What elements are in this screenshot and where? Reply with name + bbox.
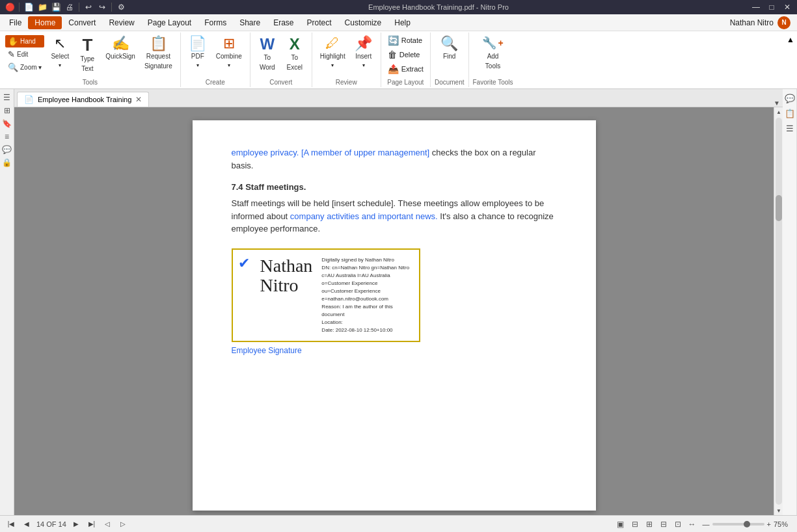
sidebar-hand-tool[interactable]: ☰ bbox=[1, 92, 13, 103]
menu-home[interactable]: Home bbox=[28, 16, 62, 29]
save-icon[interactable]: 💾 bbox=[50, 1, 62, 13]
document-group-label: Document bbox=[435, 77, 465, 86]
combine-icon: ⊞ bbox=[223, 36, 235, 51]
sidebar-bookmarks[interactable]: 🔖 bbox=[1, 118, 13, 129]
zoom-tool-btn[interactable]: 🔍 Zoom ▾ bbox=[5, 61, 44, 73]
scroll-thumb[interactable] bbox=[776, 195, 782, 221]
hand-tool-btn[interactable]: ✋ Hand bbox=[5, 35, 44, 47]
menu-forms[interactable]: Forms bbox=[198, 16, 233, 29]
document-tab[interactable]: 📄 Employee Handbook Training ✕ bbox=[17, 92, 149, 107]
select-label: Select bbox=[51, 53, 69, 60]
select-btn[interactable]: ↖ Select ▾ bbox=[47, 34, 73, 72]
combine-btn[interactable]: ⊞ Combine ▾ bbox=[212, 34, 246, 72]
two-page-view-btn[interactable]: ⊟ bbox=[628, 518, 642, 531]
page-canvas: employee privacy. [A member of upper man… bbox=[193, 120, 596, 511]
highlight-label: Highlight bbox=[320, 53, 345, 60]
menu-erase[interactable]: Erase bbox=[267, 16, 300, 29]
nav-fwd-btn[interactable]: ▷ bbox=[117, 518, 129, 530]
find-label: Find bbox=[443, 53, 455, 60]
document-area: ☰ ⊞ 🔖 ≡ 💬 🔒 📄 Employee Handbook Training… bbox=[0, 89, 797, 515]
close-icon[interactable]: ✕ bbox=[781, 1, 793, 13]
zoom-slider[interactable] bbox=[712, 523, 764, 525]
menu-page-layout[interactable]: Page Layout bbox=[141, 16, 198, 29]
sig-detail-2: DN: cn=Nathan Nitro gn=Nathan Nitro bbox=[321, 264, 409, 272]
highlight-btn[interactable]: 🖊 Highlight ▾ bbox=[316, 34, 349, 72]
nitro-logo-icon[interactable]: 🔴 bbox=[4, 1, 16, 13]
separator bbox=[19, 3, 20, 12]
hand-edit-zoom-group: ✋ Hand ✎ Edit 🔍 Zoom ▾ bbox=[4, 34, 46, 75]
menu-review[interactable]: Review bbox=[102, 16, 141, 29]
rotate-btn[interactable]: 🔄 Rotate bbox=[385, 34, 426, 47]
scroll-up-arrow[interactable]: ▲ bbox=[774, 107, 783, 116]
print-icon[interactable]: 🖨 bbox=[64, 1, 75, 13]
menu-convert[interactable]: Convert bbox=[62, 16, 102, 29]
sidebar-attachment[interactable]: 🔒 bbox=[1, 157, 13, 168]
tab-close-btn[interactable]: ✕ bbox=[135, 95, 142, 104]
find-btn[interactable]: 🔍 Find bbox=[437, 34, 463, 63]
quicksign-btn[interactable]: ✍ QuickSign bbox=[101, 34, 139, 63]
nav-prev-page-btn[interactable]: ◀ bbox=[21, 518, 33, 530]
nav-back-btn[interactable]: ◁ bbox=[101, 518, 113, 530]
menu-share[interactable]: Share bbox=[233, 16, 267, 29]
sidebar-tool-1[interactable]: 💬 bbox=[783, 92, 796, 105]
redo-icon[interactable]: ↪ bbox=[96, 1, 108, 13]
thumbnail-view-btn[interactable]: ⊡ bbox=[671, 518, 684, 531]
combine-label: Combine bbox=[216, 53, 242, 60]
sidebar-form-fields[interactable]: ≡ bbox=[1, 131, 13, 142]
ribbon-collapse-btn[interactable]: ▲ bbox=[784, 33, 797, 87]
favorite-tools-items: 🔧 + Add Tools bbox=[478, 34, 507, 77]
undo-icon[interactable]: ↩ bbox=[83, 1, 94, 13]
document-scroll-area[interactable]: employee privacy. [A member of upper man… bbox=[14, 107, 774, 515]
request-signature-btn[interactable]: 📋 Request Signature bbox=[141, 34, 176, 73]
menu-file[interactable]: File bbox=[3, 16, 28, 29]
sidebar-page-thumbnails[interactable]: ⊞ bbox=[1, 105, 13, 116]
nav-next-page-btn[interactable]: ▶ bbox=[70, 518, 82, 530]
create-items: 📄 PDF ▾ ⊞ Combine ▾ bbox=[185, 34, 246, 77]
request-sig-label2: Signature bbox=[144, 62, 172, 70]
right-sidebar-tools: 💬 📋 ☰ bbox=[783, 89, 797, 515]
nav-last-page-btn[interactable]: ▶| bbox=[86, 518, 98, 530]
zoom-out-btn[interactable]: — bbox=[703, 520, 710, 528]
menu-help[interactable]: Help bbox=[388, 16, 417, 29]
to-excel-btn[interactable]: X To Excel bbox=[282, 34, 308, 74]
open-file-icon[interactable]: 📁 bbox=[36, 1, 48, 13]
insert-btn[interactable]: 📌 Insert ▾ bbox=[351, 34, 377, 72]
nav-first-page-btn[interactable]: |◀ bbox=[5, 518, 17, 530]
sidebar-tool-3[interactable]: ☰ bbox=[783, 122, 796, 135]
edit-tool-btn[interactable]: ✎ Edit bbox=[5, 48, 44, 60]
customize-icon[interactable]: ⚙ bbox=[115, 1, 127, 13]
delete-btn[interactable]: 🗑 Delete bbox=[385, 48, 426, 61]
new-file-icon[interactable]: 📄 bbox=[23, 1, 34, 13]
single-page-view-btn[interactable]: ▣ bbox=[614, 518, 627, 531]
sidebar-comment[interactable]: 💬 bbox=[1, 144, 13, 155]
scroll-down-arrow[interactable]: ▼ bbox=[774, 506, 783, 515]
maximize-icon[interactable]: □ bbox=[766, 1, 777, 13]
menu-customize[interactable]: Customize bbox=[338, 16, 388, 29]
pdf-label: PDF bbox=[191, 53, 204, 60]
user-avatar[interactable]: N bbox=[777, 16, 790, 29]
ribbon-group-review: 🖊 Highlight ▾ 📌 Insert ▾ Review bbox=[312, 33, 381, 87]
signature-checkmark-icon: ✔ bbox=[238, 255, 250, 272]
scroll-track[interactable] bbox=[776, 118, 782, 505]
type-text-icon: T bbox=[82, 36, 92, 53]
two-page-scroll-btn[interactable]: ⊞ bbox=[643, 518, 656, 531]
add-tools-icons: 🔧 + bbox=[482, 36, 503, 51]
menu-protect[interactable]: Protect bbox=[301, 16, 338, 29]
sig-detail-1: Digitally signed by Nathan Nitro bbox=[321, 256, 409, 264]
insert-dropdown-icon: ▾ bbox=[362, 62, 365, 69]
extract-btn[interactable]: 📤 Extract bbox=[385, 62, 426, 75]
full-page-view-btn[interactable]: ⊟ bbox=[657, 518, 670, 531]
pdf-btn[interactable]: 📄 PDF ▾ bbox=[185, 34, 211, 72]
tab-menu-btn[interactable]: ▼ bbox=[774, 100, 783, 107]
highlight-dropdown-icon: ▾ bbox=[331, 62, 334, 69]
minimize-icon[interactable]: — bbox=[750, 1, 762, 13]
zoom-in-btn[interactable]: + bbox=[767, 520, 771, 528]
sidebar-tool-2[interactable]: 📋 bbox=[783, 107, 796, 120]
tools-group-label: Tools bbox=[83, 77, 98, 86]
doc-link-management: employee privacy. [A member of upper man… bbox=[232, 148, 430, 157]
vertical-scrollbar[interactable]: ▲ ▼ bbox=[774, 107, 783, 515]
fit-width-btn[interactable]: ↔ bbox=[686, 518, 699, 531]
to-word-btn[interactable]: W To Word bbox=[254, 34, 280, 74]
add-tools-btn[interactable]: 🔧 + Add Tools bbox=[478, 34, 507, 73]
type-text-btn[interactable]: T Type Text bbox=[74, 34, 100, 75]
